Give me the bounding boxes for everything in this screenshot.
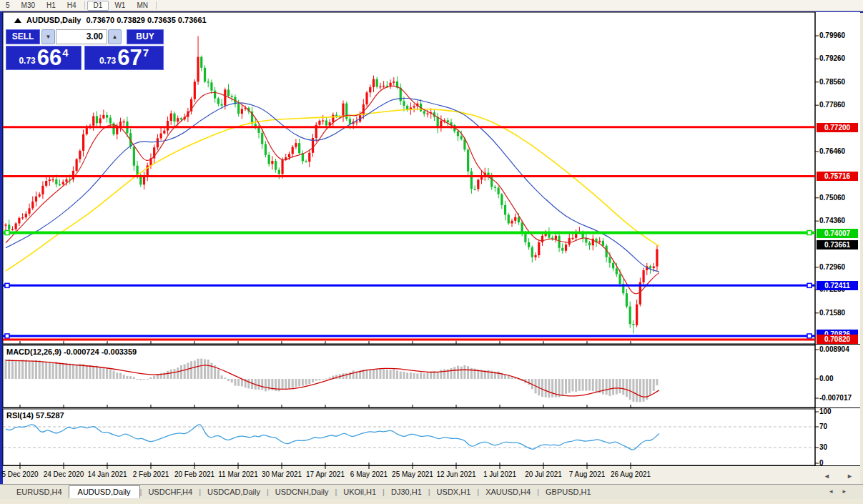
candle-body xyxy=(500,194,503,205)
macd-histogram-bar xyxy=(430,372,432,379)
macd-histogram-bar xyxy=(194,360,196,379)
candle-body xyxy=(79,151,81,159)
candle-body xyxy=(25,214,27,217)
candle-body xyxy=(426,114,428,114)
price-tick-label: 0.75060 xyxy=(819,194,845,202)
volume-input[interactable]: 3.00 xyxy=(56,29,107,44)
date-tick-label: 1 Jul 2021 xyxy=(483,470,516,478)
candle-body xyxy=(558,236,560,248)
buy-price-display[interactable]: 0.73 67 7 xyxy=(84,46,164,70)
candle-body xyxy=(227,89,230,96)
buy-price-pip: 7 xyxy=(143,46,149,59)
candle-body xyxy=(477,180,479,189)
candle-body xyxy=(204,68,206,81)
candle-body xyxy=(8,224,10,229)
macd-histogram-bar xyxy=(15,360,17,379)
symbol-tab-eurusd[interactable]: EURUSD,H4 xyxy=(10,486,69,498)
candle-body xyxy=(349,119,351,124)
macd-histogram-bar xyxy=(390,370,392,379)
candle-body xyxy=(275,161,277,170)
line-handle[interactable] xyxy=(5,334,9,338)
candle-body xyxy=(602,241,604,246)
candle-body xyxy=(207,81,209,82)
candle-body xyxy=(538,242,540,255)
macd-histogram-bar xyxy=(113,371,115,379)
symbol-tab-gbpusd[interactable]: GBPUSD,H1 xyxy=(539,486,598,498)
macd-histogram-bar xyxy=(308,379,310,384)
date-tick-label: 14 Jan 2021 xyxy=(87,470,127,478)
volume-increase-button[interactable]: ▲ xyxy=(108,29,122,44)
symbol-tab-usdx[interactable]: USDX,H1 xyxy=(430,486,478,498)
candle-body xyxy=(281,159,283,174)
macd-histogram-bar xyxy=(174,369,176,379)
macd-histogram-bar xyxy=(157,375,159,379)
macd-histogram-bar xyxy=(608,379,611,396)
macd-histogram-bar xyxy=(133,377,135,379)
volume-decrease-button[interactable]: ▼ xyxy=(41,29,55,44)
buy-price-small: 0.73 xyxy=(99,56,116,66)
macd-histogram-bar xyxy=(184,365,186,379)
macd-histogram-bar xyxy=(352,370,355,379)
candle-body xyxy=(571,238,573,239)
macd-histogram-bar xyxy=(393,369,395,379)
chart-scroll-left-icon[interactable]: ◄ xyxy=(824,473,830,480)
candle-body xyxy=(210,82,212,90)
indicator-scale-label: 0.00 xyxy=(819,375,833,383)
candle-body xyxy=(629,307,631,325)
tab-scroll-arrows[interactable]: ◂▸ xyxy=(829,488,856,495)
line-handle[interactable] xyxy=(807,334,812,338)
macd-histogram-bar xyxy=(437,372,439,379)
candle-body xyxy=(109,118,112,124)
symbol-tab-dj30[interactable]: DJ30,H1 xyxy=(385,486,428,498)
macd-histogram-bar xyxy=(453,367,455,379)
candle-body xyxy=(86,127,88,134)
line-handle[interactable] xyxy=(807,283,812,287)
candle-body xyxy=(96,116,98,123)
candle-body xyxy=(51,179,54,180)
macd-histogram-bar xyxy=(99,367,102,379)
symbol-tab-xauusd[interactable]: XAUUSD,H4 xyxy=(479,486,537,498)
macd-histogram-bar xyxy=(643,379,645,402)
indicator-scale-label: 100 xyxy=(819,407,832,416)
tab-scroll-left-icon[interactable]: ◂ xyxy=(829,488,843,495)
candle-body xyxy=(400,88,402,102)
macd-histogram-bar xyxy=(153,376,155,379)
macd-histogram-bar xyxy=(137,379,139,380)
macd-histogram-bar xyxy=(72,364,74,379)
macd-histogram-bar xyxy=(596,379,598,392)
price-tick-label: 0.78560 xyxy=(819,78,845,87)
line-handle[interactable] xyxy=(807,231,812,235)
symbol-tab-usdcnh[interactable]: USDCNH,Daily xyxy=(269,486,335,498)
macd-histogram-bar xyxy=(416,373,418,379)
symbol-tab-audusd[interactable]: AUDUSD,Daily xyxy=(69,485,140,498)
candle-body xyxy=(4,224,6,225)
sell-button[interactable]: SELL xyxy=(6,29,40,44)
tab-scroll-right-icon[interactable]: ▸ xyxy=(842,488,856,495)
candle-body xyxy=(393,81,395,83)
candle-body xyxy=(265,144,267,155)
symbol-tab-usdcad[interactable]: USDCAD,Daily xyxy=(201,486,267,498)
chart-canvas[interactable] xyxy=(0,0,863,504)
buy-button[interactable]: BUY xyxy=(127,29,164,44)
date-tick-label: 30 Mar 2021 xyxy=(262,470,302,478)
candle-body xyxy=(214,91,216,99)
buy-price-big: 67 xyxy=(117,48,142,68)
candle-body xyxy=(194,81,196,99)
line-handle[interactable] xyxy=(5,231,9,235)
macd-histogram-bar xyxy=(31,361,34,379)
macd-indicator-label: MACD(12,26,9) -0.000724 -0.003359 xyxy=(6,347,137,356)
candle-body xyxy=(618,274,621,284)
symbol-tab-usdchf[interactable]: USDCHF,H4 xyxy=(142,486,199,498)
macd-histogram-bar xyxy=(528,379,530,385)
candle-body xyxy=(653,267,655,269)
chart-scroll-right-icon[interactable]: ► xyxy=(847,473,853,480)
line-handle[interactable] xyxy=(5,283,9,287)
candle-body xyxy=(656,249,658,266)
sell-price-pip: 4 xyxy=(62,46,68,59)
sell-price-display[interactable]: 0.73 66 4 xyxy=(6,46,82,70)
symbol-tab-ukoil[interactable]: UKOil,H1 xyxy=(337,486,383,498)
price-tick-label: 0.79260 xyxy=(819,54,845,63)
macd-histogram-bar xyxy=(420,372,422,379)
candle-body xyxy=(76,159,78,171)
macd-histogram-bar xyxy=(292,379,294,388)
